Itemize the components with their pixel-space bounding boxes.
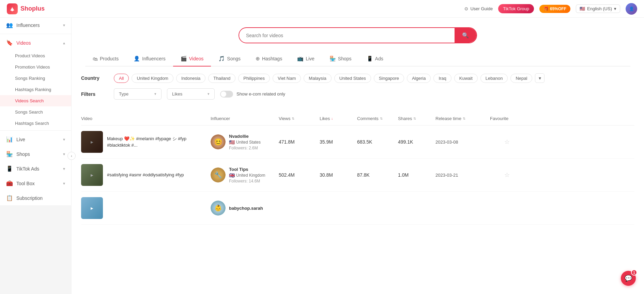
sidebar-item-live[interactable]: 📊 Live ▾	[0, 132, 71, 147]
country-pill-philippines[interactable]: Philippines	[238, 74, 270, 83]
sidebar-item-videos[interactable]: 🔖 Videos ▴	[0, 35, 71, 50]
tab-ads[interactable]: 📱 Ads	[359, 52, 391, 67]
logo-icon	[7, 3, 18, 14]
ecom-toggle[interactable]	[220, 91, 233, 98]
video-cell-3: ▶	[81, 197, 211, 219]
country-pill-singapore[interactable]: Singapore	[374, 74, 404, 83]
video-thumb-3[interactable]: ▶	[81, 197, 103, 219]
influencer-cell-1: 😊 Nvadollie 🇺🇸 United States Followers: …	[211, 134, 279, 150]
table-header: Video Influencer Views ⇅ Likes ↓ Comment	[81, 112, 634, 126]
country-filter-label: Country	[81, 75, 108, 81]
search-input[interactable]	[239, 29, 455, 42]
app-name: Shoplus	[20, 5, 45, 12]
influencer-name-1[interactable]: Nvadollie	[229, 134, 261, 139]
likes-1: 35.9M	[320, 139, 357, 145]
sidebar-item-promotion-videos[interactable]: Promotion Videos	[0, 61, 71, 73]
video-thumb-1[interactable]: ▶	[81, 131, 103, 153]
table-row: ▶ 👶 babychop.sarah	[81, 192, 634, 225]
country-pill-lebanon[interactable]: Lebanon	[480, 74, 508, 83]
search-bar: 🔍	[239, 27, 477, 43]
sidebar-item-hashtags-ranking[interactable]: Hashtags Ranking	[0, 84, 71, 95]
tab-songs[interactable]: 🎵 Songs	[211, 52, 248, 67]
user-guide-btn[interactable]: ⊙ User Guide	[464, 6, 493, 11]
fav-btn-1[interactable]: ☆	[504, 138, 510, 146]
live-icon: 📊	[6, 136, 13, 143]
tab-live[interactable]: 📺 Live	[290, 52, 322, 67]
chevron-down-icon: ▾	[154, 92, 156, 96]
sidebar-item-songs-search[interactable]: Songs Search	[0, 106, 71, 118]
country-pill-us[interactable]: United States	[334, 74, 371, 83]
ecom-toggle-wrapper: Show e-com related only	[220, 91, 285, 98]
influencers-tab-icon: 👤	[134, 56, 140, 62]
tab-videos[interactable]: 🎬 Videos	[173, 52, 211, 67]
chat-badge: 1	[631, 269, 637, 276]
country-pill-indonesia[interactable]: Indonesia	[176, 74, 205, 83]
views-2: 502.4M	[279, 172, 320, 178]
tiktok-group-btn[interactable]: TikTok Group	[498, 4, 534, 13]
release-time-1: 2023-03-08	[435, 139, 490, 145]
country-pill-iraq[interactable]: Iraq	[433, 74, 451, 83]
shops-tab-icon: 🏪	[329, 56, 336, 62]
filter-options-row: Filters Type ▾ Likes ▾ Show e-com relate…	[81, 88, 634, 100]
sidebar-item-product-videos[interactable]: Product Videos	[0, 50, 71, 61]
influencer-flag-1: 🇺🇸	[229, 139, 235, 145]
shares-1: 499.1K	[398, 139, 435, 145]
sidebar-item-songs-ranking[interactable]: Songs Ranking	[0, 73, 71, 84]
country-pill-uk[interactable]: United Kingdom	[132, 74, 173, 83]
tab-hashtags[interactable]: ⊕ Hashtags	[248, 52, 290, 67]
country-pill-nepal[interactable]: Nepal	[510, 74, 532, 83]
sidebar: 👥 Influencers ▾ 🔖 Videos ▴ Product Video…	[0, 18, 72, 205]
language-selector[interactable]: 🇺🇸 English (US) ▾	[576, 4, 620, 13]
likes-filter-select[interactable]: Likes ▾	[167, 88, 215, 100]
shops-icon: 🏪	[6, 151, 13, 157]
influencer-name-3[interactable]: babychop.sarah	[229, 206, 263, 211]
tab-products[interactable]: 🛍 Products	[85, 52, 126, 67]
video-text-2: #satisfying #asmr #oddlysatisfying #fyp	[107, 172, 184, 178]
sidebar-item-subscription[interactable]: 📋 Subscription	[0, 191, 71, 205]
type-filter-select[interactable]: Type ▾	[114, 88, 162, 100]
country-pills: All United Kingdom Indonesia Thailand Ph…	[114, 73, 545, 83]
country-pill-malaysia[interactable]: Malaysia	[304, 74, 331, 83]
sidebar-item-videos-search[interactable]: Videos Search	[0, 95, 71, 106]
country-pill-kuwait[interactable]: Kuwait	[454, 74, 478, 83]
tab-shops[interactable]: 🏪 Shops	[322, 52, 359, 67]
country-pill-thailand[interactable]: Thailand	[208, 74, 235, 83]
country-pill-algeria[interactable]: Algeria	[407, 74, 431, 83]
sidebar-item-influencers[interactable]: 👥 Influencers ▾	[0, 18, 71, 32]
influencer-avatar-3[interactable]: 👶	[211, 201, 226, 216]
sidebar-item-shops[interactable]: 🏪 Shops ▾	[0, 147, 71, 161]
influencer-avatar-2[interactable]: 🔧	[211, 167, 226, 182]
fav-btn-2[interactable]: ☆	[504, 171, 510, 179]
sidebar-item-tiktok-ads[interactable]: 📱 TikTok Ads ▾	[0, 161, 71, 176]
country-pill-vietnam[interactable]: Viet Nam	[273, 74, 301, 83]
influencer-country-2: 🇬🇧 United Kingdom	[229, 173, 265, 178]
comments-sort-icon[interactable]: ⇅	[380, 117, 383, 120]
country-dropdown-btn[interactable]: ▾	[535, 73, 545, 83]
search-button[interactable]: 🔍	[455, 28, 476, 43]
sidebar-item-toolbox[interactable]: 🧰 Tool Box ▾	[0, 176, 71, 191]
chat-bubble[interactable]: 💬 1	[621, 271, 636, 286]
songs-tab-icon: 🎵	[218, 56, 225, 62]
views-1: 471.8M	[279, 139, 320, 145]
logo[interactable]: Shoplus	[7, 3, 45, 14]
filters-label: Filters	[81, 91, 108, 97]
col-views: Views ⇅	[279, 116, 320, 121]
discount-btn[interactable]: 🎁 65%OFF	[539, 5, 570, 13]
search-section: 🔍 🛍 Products 👤 Influencers 🎬	[72, 18, 644, 67]
ads-tab-icon: 📱	[367, 56, 373, 62]
content-area: 🔍 🛍 Products 👤 Influencers 🎬	[72, 18, 644, 294]
sidebar-item-hashtags-search[interactable]: Hashtags Search	[0, 118, 71, 129]
influencer-name-2[interactable]: Tool Tips	[229, 167, 265, 172]
svg-point-0	[11, 9, 13, 11]
country-pill-all[interactable]: All	[114, 74, 129, 83]
release-time-sort-icon[interactable]: ⇅	[463, 117, 465, 120]
user-avatar[interactable]: 👤	[626, 3, 637, 15]
likes-sort-icon[interactable]: ↓	[331, 117, 333, 120]
shares-sort-icon[interactable]: ⇅	[413, 117, 416, 120]
views-sort-icon[interactable]: ⇅	[292, 117, 294, 120]
tab-influencers[interactable]: 👤 Influencers	[126, 52, 173, 67]
influencer-cell-2: 🔧 Tool Tips 🇬🇧 United Kingdom Followers:…	[211, 167, 279, 183]
video-thumb-2[interactable]: ▶	[81, 164, 103, 186]
influencer-avatar-1[interactable]: 😊	[211, 134, 226, 149]
sidebar-collapse-btn[interactable]: ‹	[67, 152, 76, 160]
